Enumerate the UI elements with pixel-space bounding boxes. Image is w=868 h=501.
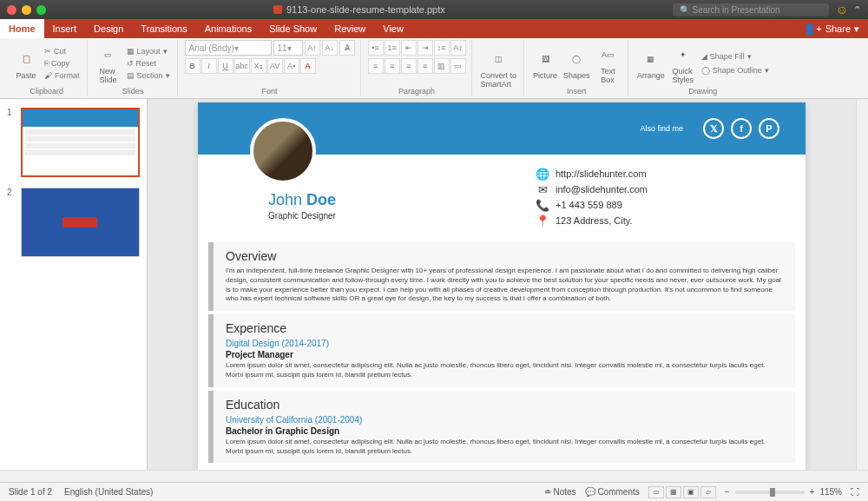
statusbar: Slide 1 of 2 English (United States) ≐ N…	[0, 482, 868, 501]
align-text-button[interactable]: ▭	[450, 58, 466, 74]
fit-to-window-button[interactable]: ⛶	[851, 487, 859, 497]
group-paragraph: •≡ 1≡ ⇤ ⇥ ↕≡ A↕ ≡ ≡ ≡ ≡ ▥ ▭ Paragraph	[363, 40, 472, 96]
overflow-icon[interactable]: ⌃	[853, 4, 861, 16]
experience-role: Project Manager	[226, 350, 783, 359]
tab-design[interactable]: Design	[85, 19, 132, 38]
horizontal-scrollbar[interactable]	[0, 470, 868, 482]
decrease-font-button[interactable]: A↓	[322, 40, 338, 56]
main-area: 1 2 Also find me 𝕏 f P John Doe Grap	[0, 99, 868, 470]
arrange-button[interactable]: ▦Arrange	[635, 45, 667, 82]
font-family-select[interactable]: Arial (Body) ▾	[185, 40, 272, 56]
comments-button[interactable]: 💬 Comments	[585, 487, 640, 497]
zoom-out-button[interactable]: −	[725, 487, 730, 497]
person-role: Graphic Designer	[224, 211, 380, 221]
picture-button[interactable]: 🖼Picture	[531, 45, 559, 82]
contact-email: info@slidehunter.com	[556, 184, 648, 194]
strikethrough-button[interactable]: abc	[234, 58, 250, 74]
clear-format-button[interactable]: A̷	[339, 40, 355, 56]
quick-styles-button[interactable]: ✦Quick Styles	[669, 41, 697, 86]
tab-slideshow[interactable]: Slide Show	[260, 19, 326, 38]
search-input[interactable]: 🔍 Search in Presentation	[673, 3, 829, 16]
thumbnail-1[interactable]: 1	[7, 108, 140, 177]
paste-button[interactable]: 📋Paste	[12, 45, 40, 82]
education-body: Lorem ipsum dolor sit amet, consectetur …	[226, 438, 783, 457]
group-smartart: ◫Convert to SmartArt	[474, 40, 525, 96]
slide-content[interactable]: Also find me 𝕏 f P John Doe Graphic Desi…	[198, 102, 806, 470]
textbox-button[interactable]: A▭Text Box	[595, 41, 622, 86]
thumbnail-2[interactable]: 2	[7, 188, 140, 257]
tab-animations[interactable]: Animations	[196, 19, 260, 38]
bold-button[interactable]: B	[185, 58, 201, 74]
normal-view-button[interactable]: ▭	[648, 486, 664, 498]
reading-view-button[interactable]: ▣	[683, 486, 699, 498]
sorter-view-button[interactable]: ▦	[666, 486, 681, 498]
education-role: Bachelor in Graphic Design	[226, 426, 783, 436]
close-window-button[interactable]	[7, 5, 16, 15]
vertical-scrollbar[interactable]	[856, 99, 868, 470]
align-left-button[interactable]: ≡	[368, 58, 384, 74]
line-spacing-button[interactable]: ↕≡	[434, 40, 450, 56]
align-right-button[interactable]: ≡	[401, 58, 417, 74]
char-spacing-button[interactable]: AV	[267, 58, 283, 74]
outdent-button[interactable]: ⇤	[401, 40, 417, 56]
notes-button[interactable]: ≐ Notes	[544, 487, 576, 497]
italic-button[interactable]: I	[201, 58, 217, 74]
slide-canvas[interactable]: Also find me 𝕏 f P John Doe Graphic Desi…	[148, 99, 856, 470]
cut-button[interactable]: ✂ Cut	[43, 46, 82, 56]
zoom-control[interactable]: − + 115%	[725, 487, 842, 497]
font-size-select[interactable]: 11 ▾	[273, 40, 303, 56]
tab-transitions[interactable]: Transitions	[132, 19, 195, 38]
experience-sub: Digital Design (2014-2017)	[226, 339, 783, 348]
shape-outline-button[interactable]: ◯ Shape Outline ▾	[700, 65, 771, 76]
subscript-button[interactable]: X₂	[251, 58, 266, 74]
format-painter-button[interactable]: 🖌 Format	[43, 70, 82, 81]
bullets-button[interactable]: •≡	[368, 40, 384, 56]
slide-counter: Slide 1 of 2	[9, 487, 52, 497]
text-direction-button[interactable]: A↕	[450, 40, 466, 56]
titlebar: 9113-one-slide-resume-template.pptx 🔍 Se…	[0, 0, 868, 19]
zoom-in-button[interactable]: +	[810, 487, 815, 497]
underline-button[interactable]: U	[218, 58, 233, 74]
group-font: Arial (Body) ▾ 11 ▾ A↑ A↓ A̷ B I U abc X…	[180, 40, 361, 96]
layout-button[interactable]: ▦ Layout ▾	[125, 46, 172, 56]
tab-review[interactable]: Review	[326, 19, 374, 38]
highlight-button[interactable]: A▪	[284, 58, 299, 74]
twitter-icon: 𝕏	[703, 118, 724, 139]
share-button[interactable]: 👤+Share▾	[795, 23, 868, 35]
education-section: Education University of California (2001…	[208, 391, 795, 464]
shapes-button[interactable]: ◯Shapes	[562, 45, 592, 82]
overview-title: Overview	[226, 249, 783, 263]
tab-home[interactable]: Home	[0, 19, 44, 38]
minimize-window-button[interactable]	[22, 5, 31, 15]
powerpoint-file-icon	[273, 5, 282, 14]
copy-button[interactable]: ⎘ Copy	[43, 58, 82, 69]
align-center-button[interactable]: ≡	[385, 58, 400, 74]
columns-button[interactable]: ▥	[434, 58, 450, 74]
contact-address: 123 Address, City.	[556, 215, 632, 226]
section-button[interactable]: ▤ Section ▾	[125, 70, 172, 81]
maximize-window-button[interactable]	[36, 5, 46, 15]
contact-web: http://slidehunter.com	[556, 168, 647, 179]
indent-button[interactable]: ⇥	[418, 40, 433, 56]
reset-button[interactable]: ↺ Reset	[125, 58, 172, 69]
font-color-button[interactable]: A	[300, 58, 316, 74]
convert-smartart-button[interactable]: ◫Convert to SmartArt	[479, 45, 519, 90]
mail-icon: ✉	[536, 183, 549, 195]
location-icon: 📍	[536, 214, 549, 227]
shape-fill-button[interactable]: ◢ Shape Fill ▾	[700, 51, 771, 62]
zoom-level[interactable]: 115%	[819, 487, 842, 497]
group-slides: ▭New Slide ▦ Layout ▾ ↺ Reset ▤ Section …	[89, 40, 178, 96]
numbering-button[interactable]: 1≡	[385, 40, 400, 56]
language-indicator[interactable]: English (United States)	[64, 487, 153, 497]
contact-list: 🌐http://slidehunter.com ✉info@slidehunte…	[380, 163, 779, 230]
tab-insert[interactable]: Insert	[44, 19, 86, 38]
feedback-icon[interactable]: ☺	[836, 3, 848, 16]
increase-font-button[interactable]: A↑	[305, 40, 320, 56]
justify-button[interactable]: ≡	[418, 58, 433, 74]
globe-icon: 🌐	[536, 168, 549, 180]
new-slide-button[interactable]: ▭New Slide	[95, 41, 122, 86]
ribbon-tabs: Home Insert Design Transitions Animation…	[0, 19, 868, 38]
slideshow-view-button[interactable]: ▱	[700, 486, 716, 498]
tab-view[interactable]: View	[374, 19, 412, 38]
ribbon: 📋Paste ✂ Cut ⎘ Copy 🖌 Format Clipboard ▭…	[0, 38, 868, 99]
